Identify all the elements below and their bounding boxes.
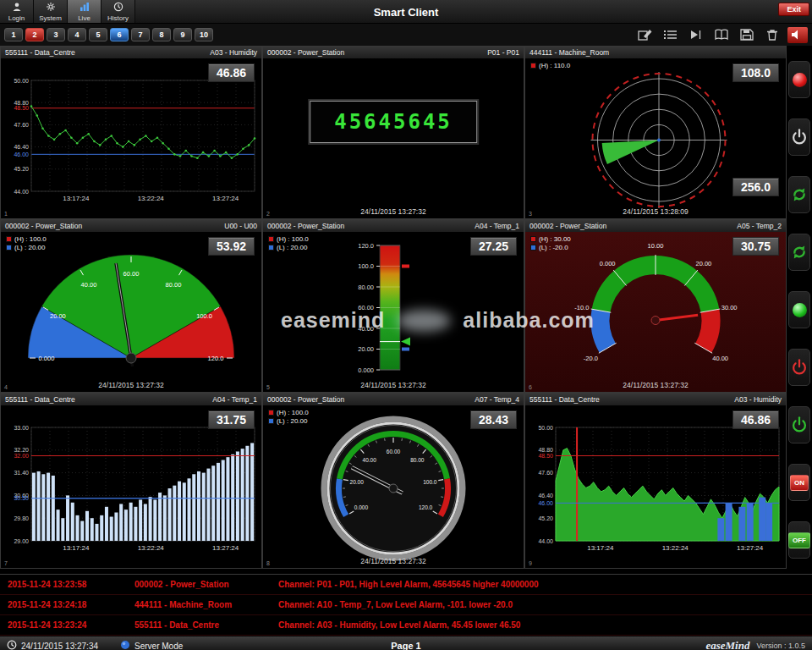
- svg-text:48.50: 48.50: [14, 105, 29, 111]
- semi-gauge-chart: 0.00020.0040.0060.0080.00100.0120.0: [1, 232, 261, 392]
- power-on-button[interactable]: [788, 406, 810, 443]
- page-tab-1[interactable]: 1: [4, 28, 23, 41]
- alarm-row[interactable]: 2015-11-24 13:23:24555111 - Data_CentreC…: [0, 615, 812, 636]
- panel-legend: (H) : 30.00(L) : -20.0: [530, 235, 571, 252]
- save-icon[interactable]: [737, 27, 757, 43]
- emergency-stop-button[interactable]: [788, 61, 810, 98]
- nav-history-button[interactable]: History: [102, 0, 135, 23]
- svg-text:13:27:24: 13:27:24: [212, 195, 239, 202]
- svg-text:48.50: 48.50: [538, 453, 553, 459]
- brand-logo: easeMind: [705, 639, 749, 650]
- nav-live-button[interactable]: Live: [68, 0, 102, 23]
- alarm-row[interactable]: 2015-11-24 13:23:58000002 - Power_Statio…: [0, 575, 812, 595]
- alarm-row[interactable]: 2015-11-24 13:24:18444111 - Machine_Room…: [0, 595, 812, 615]
- legend-swatch: [268, 418, 274, 424]
- chart-icon: [80, 2, 90, 14]
- svg-text:13:17:24: 13:17:24: [587, 544, 614, 552]
- page-tab-4[interactable]: 4: [68, 28, 86, 41]
- svg-text:13:22:24: 13:22:24: [138, 544, 165, 552]
- panel-body: 4564564524/11/2015 13:27:322: [263, 58, 524, 218]
- panel-body: 0.00020.0040.0060.0080.00100.0120.0(H) :…: [1, 232, 261, 392]
- svg-text:13:17:24: 13:17:24: [63, 544, 90, 552]
- page-tab-9[interactable]: 9: [173, 28, 192, 41]
- svg-text:-20.0: -20.0: [584, 355, 598, 362]
- power-off-button[interactable]: [788, 349, 810, 386]
- restart-button-2[interactable]: [788, 234, 810, 271]
- value-badge: 46.86: [732, 410, 779, 429]
- nav-system-button[interactable]: System: [34, 0, 68, 23]
- list-icon[interactable]: [661, 27, 681, 43]
- nav-login-button[interactable]: Login: [0, 0, 34, 23]
- page-tab-7[interactable]: 7: [131, 28, 150, 41]
- trash-icon[interactable]: [762, 27, 782, 43]
- legend-swatch: [268, 410, 274, 416]
- page-tab-6[interactable]: 6: [110, 28, 129, 41]
- trend-chart: 50.0048.8048.5047.6046.4046.0045.2044.00…: [1, 58, 261, 218]
- panel-timestamp: 24/11/2015 13:27:32: [263, 207, 524, 216]
- svg-text:100.0: 100.0: [358, 262, 374, 270]
- svg-text:45.20: 45.20: [14, 166, 29, 172]
- svg-text:29.80: 29.80: [14, 515, 29, 521]
- digital-display: 45645645: [310, 101, 477, 143]
- book-icon[interactable]: [711, 27, 732, 43]
- legend-swatch: [6, 236, 12, 242]
- svg-text:120.0: 120.0: [358, 242, 374, 250]
- legend-label: (H) : 110.0: [539, 62, 570, 69]
- restart-button-1[interactable]: [788, 176, 810, 213]
- legend-label: (H) : 100.0: [277, 409, 309, 416]
- panel-3-machine-room-direction: 444111 - Machine_Room(H) : 110.0108.0256…: [524, 46, 787, 219]
- panel-header: 000002 - Power_StationP01 - P01: [263, 47, 524, 58]
- brand-group: easeMind Version : 1.0.5: [705, 639, 805, 650]
- mute-icon[interactable]: [787, 27, 808, 43]
- svg-text:20.00: 20.00: [50, 312, 66, 320]
- panel-source-label: 555111 - Data_Centre: [5, 395, 75, 404]
- on-button[interactable]: ON: [788, 464, 810, 501]
- page-tab-2[interactable]: 2: [25, 28, 44, 41]
- panel-9-data-centre-humidity-area: 555111 - Data_CentreA03 - Humidity50.004…: [524, 393, 787, 569]
- export-icon[interactable]: [686, 27, 706, 43]
- panel-source-label: 555111 - Data_Centre: [5, 48, 75, 57]
- page-tab-3[interactable]: 3: [47, 28, 65, 41]
- side-slot: [788, 223, 810, 281]
- nav-label: History: [107, 14, 129, 22]
- exit-button[interactable]: Exit: [778, 3, 809, 16]
- alarm-message: Channel: P01 - P01, High Level Alarm, 45…: [278, 580, 804, 589]
- value-badge: 27.25: [470, 237, 517, 256]
- panel-source-label: 000002 - Power_Station: [5, 222, 82, 230]
- panel-source-label: 555111 - Data_Centre: [529, 395, 600, 404]
- svg-text:80.00: 80.00: [410, 457, 425, 463]
- svg-text:10.00: 10.00: [648, 242, 664, 250]
- panel-index: 1: [4, 211, 8, 217]
- page-tab-5[interactable]: 5: [89, 28, 107, 41]
- legend-item: (L) : 20.00: [268, 417, 309, 425]
- panel-legend: (H) : 100.0(L) : 20.00: [268, 235, 309, 252]
- version-label: Version : 1.0.5: [756, 642, 805, 650]
- alarm-time: 2015-11-24 13:24:18: [8, 600, 134, 609]
- legend-item: (H) : 110.0: [530, 62, 570, 69]
- red-ball-icon: [793, 73, 807, 87]
- legend-item: (L) : 20.00: [268, 244, 309, 251]
- legend-swatch: [268, 245, 274, 251]
- power-icon: [791, 359, 808, 376]
- svg-text:46.40: 46.40: [14, 144, 29, 150]
- svg-text:40.00: 40.00: [363, 457, 377, 463]
- legend-item: (H) : 100.0: [268, 409, 309, 416]
- panel-2-power-station-digital: 000002 - Power_StationP01 - P01456456452…: [262, 46, 524, 219]
- panel-channel-label: P01 - P01: [487, 48, 519, 57]
- alarm-time: 2015-11-24 13:23:58: [8, 580, 134, 589]
- user-icon: [12, 2, 22, 14]
- side-slot: ON: [788, 454, 810, 511]
- panel-channel-label: A04 - Temp_1: [212, 395, 257, 404]
- page-tab-10[interactable]: 10: [195, 28, 213, 41]
- edit-icon[interactable]: [635, 27, 656, 43]
- legend-label: (L) : -20.0: [539, 244, 568, 251]
- svg-text:50.00: 50.00: [14, 78, 29, 84]
- side-slot: [788, 396, 810, 454]
- off-button[interactable]: OFF: [788, 521, 810, 559]
- nav-button-group: LoginSystemLiveHistory: [0, 0, 135, 23]
- power-button[interactable]: [788, 118, 810, 156]
- status-indicator[interactable]: [788, 291, 810, 328]
- panel-header: 000002 - Power_StationA07 - Temp_4: [263, 394, 524, 405]
- nav-label: System: [39, 14, 62, 22]
- page-tab-8[interactable]: 8: [152, 28, 171, 41]
